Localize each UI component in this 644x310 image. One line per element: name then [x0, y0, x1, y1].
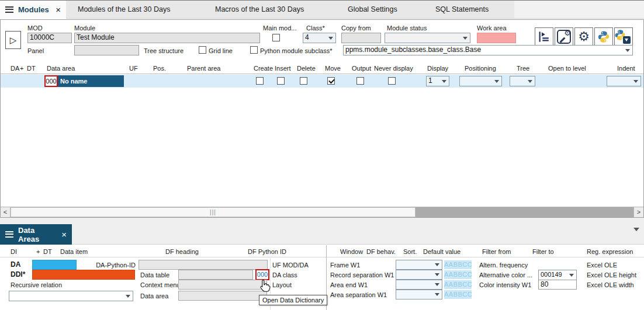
mod-field[interactable]: 10000C: [27, 33, 72, 43]
scrollbar-track[interactable]: [416, 207, 633, 217]
work-area-label: Work area: [477, 25, 507, 32]
ddi-key-field[interactable]: [32, 270, 135, 280]
copy-from-label: Copy from: [341, 25, 371, 32]
output-checkbox[interactable]: [356, 77, 364, 85]
delete-checkbox[interactable]: [300, 77, 307, 85]
tab-data-areas-label: Data Areas: [18, 226, 57, 243]
tooltip: Open Data Dictionary: [259, 295, 327, 305]
col-di: DI: [11, 248, 17, 255]
frame-w1-select[interactable]: [396, 260, 442, 270]
da-python-id-field[interactable]: [139, 260, 268, 270]
add-dt-button[interactable]: +: [20, 65, 23, 72]
record-separation-w1-select[interactable]: [396, 270, 442, 280]
context-menu-field[interactable]: [178, 280, 267, 290]
col-create: Create: [254, 65, 273, 72]
data-area-field[interactable]: [178, 291, 267, 301]
python-export-button[interactable]: [614, 27, 633, 46]
tab-data-areas[interactable]: Data Areas ×: [0, 224, 72, 245]
tree-select[interactable]: [510, 76, 535, 86]
menu-icon[interactable]: [5, 6, 13, 13]
col-reg-expression: Reg. expression: [587, 248, 633, 255]
col-dt-bottom: DT: [43, 248, 52, 255]
da-class-label: DA class: [272, 271, 297, 278]
col-never-display: Never display: [374, 65, 413, 72]
tree-structure-label: Tree structure: [144, 47, 183, 54]
frame-color-badge[interactable]: AABBCC: [444, 260, 472, 269]
altern-frequency-label: Altern. frequency: [479, 262, 528, 269]
col-df-behav: DF behav.: [366, 248, 396, 255]
bottom-header-divider: [0, 257, 644, 257]
add-dt-button-bottom[interactable]: +: [36, 248, 40, 255]
col-uf: UF: [129, 65, 138, 72]
area-separation-w1-select[interactable]: [396, 290, 442, 299]
gear-icon: ⚙: [564, 29, 571, 37]
copy-from-field[interactable]: [341, 33, 381, 43]
indent-select[interactable]: [607, 76, 641, 86]
grid-line-label: Grid line: [209, 47, 233, 54]
record-separation-color-badge[interactable]: AABBCC: [444, 270, 472, 279]
tab-modules-last-30-days[interactable]: Modules of the Last 30 Days: [78, 1, 170, 19]
display-select[interactable]: 1: [426, 76, 449, 86]
class-select[interactable]: 4: [303, 33, 336, 43]
python-button[interactable]: [594, 27, 613, 46]
create-checkbox[interactable]: [256, 77, 264, 85]
horizontal-scrollbar[interactable]: < ||| >: [1, 207, 643, 217]
close-icon[interactable]: ×: [56, 5, 61, 14]
module-label: Module: [74, 25, 95, 32]
tab-macros-last-30-days[interactable]: Macros of the Last 30 Days: [215, 1, 304, 19]
record-separation-w1-label: Record separation W1: [330, 271, 394, 278]
area-end-color-badge[interactable]: AABBCC: [444, 280, 472, 289]
main-mod-checkbox[interactable]: [272, 34, 280, 41]
col-open-to-level: Open to level: [548, 65, 586, 72]
work-area-field[interactable]: [477, 33, 516, 43]
module-status-label: Module status: [387, 25, 427, 32]
color-intensity-field[interactable]: 80: [538, 280, 577, 290]
gear-icon: ⚙: [578, 30, 590, 43]
close-icon[interactable]: ×: [61, 230, 67, 239]
col-default-value: Default value: [423, 248, 461, 255]
settings-button[interactable]: ⚙: [574, 27, 593, 46]
data-table-field[interactable]: [178, 270, 253, 280]
collapse-chevron-icon[interactable]: [633, 228, 639, 231]
tab-modules[interactable]: Modules ×: [0, 1, 66, 19]
alternative-color-select[interactable]: 000149: [538, 270, 577, 280]
tab-modules-label: Modules: [18, 5, 49, 14]
col-dt: DT: [27, 65, 36, 72]
python-subclass-checkbox[interactable]: [250, 46, 258, 54]
never-display-checkbox[interactable]: [388, 77, 396, 85]
scroll-right-button[interactable]: >: [633, 207, 643, 217]
row-dt-cell[interactable]: 000: [44, 75, 58, 87]
tab-sql-statements[interactable]: SQL Statements: [435, 1, 489, 19]
recursive-relation-select[interactable]: [9, 291, 133, 301]
move-checkbox[interactable]: [327, 77, 335, 85]
module-status-select[interactable]: [385, 33, 470, 43]
da-key-field[interactable]: [32, 260, 77, 270]
scrollbar-thumb[interactable]: |||: [11, 207, 416, 217]
frame-w1-label: Frame W1: [330, 262, 360, 269]
positioning-select[interactable]: [459, 76, 502, 86]
tab-bar-spacer: [514, 1, 644, 18]
top-tab-bar: Modules × Modules of the Last 30 Days Ma…: [0, 1, 644, 19]
col-delete: Delete: [297, 65, 316, 72]
python-subclass-select[interactable]: ppms.module_subclasses.base_class.Base: [343, 45, 633, 55]
tree-structure-checkbox[interactable]: [199, 46, 206, 54]
tab-global-settings[interactable]: Global Settings: [348, 1, 397, 19]
col-insert: Insert: [275, 65, 291, 72]
module-name-field[interactable]: Test Module: [74, 33, 260, 43]
excel-ole-width-label: Excel OLE width: [587, 281, 634, 288]
panel-field[interactable]: [74, 45, 139, 55]
menu-icon[interactable]: [5, 231, 13, 238]
insert-checkbox[interactable]: [277, 77, 285, 85]
col-df-heading: DF heading: [165, 248, 199, 255]
mod-label: MOD: [27, 25, 43, 32]
area-end-w1-select[interactable]: [396, 280, 442, 290]
scroll-left-button[interactable]: <: [1, 207, 11, 217]
run-flow-button[interactable]: [535, 27, 553, 46]
panel-splitter: [0, 218, 644, 245]
class-selected-value: 4: [305, 33, 309, 41]
alternative-color-label: Alternative color ...: [479, 271, 532, 278]
row-name-cell[interactable]: No name: [58, 75, 124, 87]
edit-settings-button[interactable]: ⚙: [555, 27, 573, 46]
run-module-button[interactable]: ▷: [5, 31, 21, 49]
area-separation-color-badge[interactable]: AABBCC: [444, 290, 472, 299]
